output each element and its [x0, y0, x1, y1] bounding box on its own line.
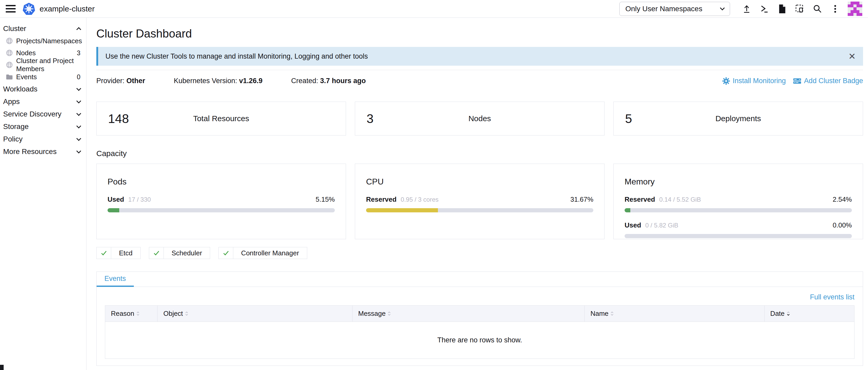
- metric-detail: 0 / 5.82 GiB: [645, 222, 679, 229]
- sidebar-item-count: 0: [77, 73, 81, 81]
- metric-label: Reserved: [366, 195, 397, 203]
- sidebar-nav: Cluster Projects/Namespaces: [0, 18, 87, 370]
- sidebar-item-cluster-project-members[interactable]: Cluster and Project Members: [0, 59, 86, 71]
- events-panel: Events Full events list Reason: [96, 272, 863, 366]
- progress-fill: [107, 208, 119, 212]
- sidebar-group-more-resources[interactable]: More Resources: [0, 145, 86, 158]
- column-header-message[interactable]: Message: [352, 306, 585, 322]
- sidebar-group-label: Policy: [3, 135, 23, 143]
- memory-capacity-card: Memory Reserved 0.14 / 5.52 GiB 2.54% Us…: [613, 164, 863, 239]
- deployments-card[interactable]: 5 Deployments: [613, 102, 863, 136]
- column-header-name[interactable]: Name: [585, 306, 764, 322]
- glance-row: Provider: Other Kubernetes Version: v1.2…: [96, 77, 863, 85]
- main-content: Cluster Dashboard Use the new Cluster To…: [87, 18, 868, 370]
- kubernetes-logo-icon: [22, 2, 35, 16]
- close-icon[interactable]: ✕: [848, 52, 856, 61]
- events-tab-bar: Events: [97, 272, 863, 287]
- sidebar-group-cluster[interactable]: Cluster: [0, 22, 86, 35]
- sidebar-item-count: 3: [77, 49, 81, 57]
- chevron-down-icon: [76, 123, 81, 128]
- file-icon: [778, 4, 786, 13]
- sort-icon: [136, 311, 140, 316]
- pods-progress-bar: [107, 208, 335, 212]
- sidebar-group-label: Storage: [3, 122, 29, 131]
- install-monitoring-link[interactable]: Install Monitoring: [722, 77, 786, 85]
- namespace-filter-select[interactable]: Only User Namespaces: [619, 2, 730, 16]
- sidebar-group-apps[interactable]: Apps: [0, 95, 86, 108]
- divider: [96, 70, 863, 70]
- sidebar-group-storage[interactable]: Storage: [0, 120, 86, 133]
- search-button[interactable]: [809, 2, 826, 16]
- column-header-reason[interactable]: Reason: [105, 306, 157, 322]
- sidebar-group-service-discovery[interactable]: Service Discovery: [0, 108, 86, 120]
- metric-detail: 17 / 330: [128, 196, 151, 203]
- download-kubeconfig-button[interactable]: [773, 2, 791, 16]
- kubectl-shell-button[interactable]: [755, 2, 773, 16]
- top-bar: example-cluster Only User Namespaces: [0, 0, 868, 18]
- full-events-list-link[interactable]: Full events list: [810, 293, 855, 301]
- globe-icon: [6, 49, 13, 57]
- chevron-down-icon: [76, 148, 81, 153]
- metric-label: Used: [625, 221, 641, 229]
- cpu-card-title: CPU: [366, 177, 593, 187]
- total-resources-card[interactable]: 148 Total Resources: [96, 102, 346, 136]
- events-table-header-row: Reason Object: [105, 306, 855, 322]
- namespace-filter-value: Only User Namespaces: [625, 5, 703, 13]
- add-cluster-badge-link[interactable]: Add Cluster Badge: [793, 77, 863, 85]
- column-header-object[interactable]: Object: [157, 306, 352, 322]
- chevron-down-icon: [720, 5, 724, 10]
- copy-kubeconfig-button[interactable]: [791, 2, 809, 16]
- tab-events[interactable]: Events: [97, 272, 134, 287]
- metric-detail: 0.14 / 5.52 GiB: [659, 196, 701, 203]
- check-icon: [219, 247, 233, 259]
- sidebar-group-label: Cluster: [3, 25, 26, 33]
- capacity-heading: Capacity: [96, 149, 863, 158]
- kebab-menu-icon: [834, 4, 837, 13]
- nodes-label: Nodes: [355, 114, 604, 123]
- memory-card-title: Memory: [625, 177, 852, 187]
- sort-desc-icon: [787, 311, 790, 316]
- import-yaml-button[interactable]: [738, 2, 755, 16]
- cluster-name: example-cluster: [39, 4, 95, 13]
- sidebar-group-workloads[interactable]: Workloads: [0, 83, 86, 95]
- metric-percent: 5.15%: [315, 195, 335, 203]
- glance-provider: Provider: Other: [96, 77, 145, 85]
- metric-detail: 0.95 / 3 cores: [401, 196, 438, 203]
- sidebar-item-projects-namespaces[interactable]: Projects/Namespaces: [0, 35, 86, 47]
- gear-icon: [722, 77, 730, 85]
- sidebar-item-label: Projects/Namespaces: [16, 37, 82, 45]
- sidebar-group-label: More Resources: [3, 147, 57, 156]
- column-header-date[interactable]: Date: [764, 306, 854, 322]
- pods-card-title: Pods: [107, 177, 335, 187]
- hamburger-menu-icon[interactable]: [6, 5, 16, 12]
- sort-icon: [185, 311, 188, 316]
- rancher-app: example-cluster Only User Namespaces: [0, 0, 868, 370]
- sort-icon: [611, 311, 614, 316]
- scheduler-status-badge: Scheduler: [149, 247, 210, 259]
- search-icon: [813, 4, 822, 13]
- progress-fill: [625, 208, 630, 212]
- events-table: Reason Object: [105, 305, 855, 359]
- sidebar-group-policy[interactable]: Policy: [0, 133, 86, 145]
- chevron-down-icon: [76, 136, 81, 141]
- nodes-card[interactable]: 3 Nodes: [355, 102, 604, 136]
- user-avatar[interactable]: [848, 2, 862, 16]
- stat-cards-row: 148 Total Resources 3 Nodes 5 Deployment…: [96, 102, 863, 136]
- metric-percent: 0.00%: [833, 221, 852, 229]
- glance-kubernetes-version: Kubernetes Version: v1.26.9: [174, 77, 263, 85]
- sort-icon: [388, 311, 391, 316]
- globe-icon: [6, 37, 13, 45]
- banner-text: Use the new Cluster Tools to manage and …: [105, 52, 368, 60]
- sidebar-group-label: Workloads: [3, 85, 37, 93]
- cpu-capacity-card: CPU Reserved 0.95 / 3 cores 31.67%: [355, 164, 604, 239]
- metric-percent: 31.67%: [570, 195, 593, 203]
- sidebar-item-label: Cluster and Project Members: [16, 57, 81, 73]
- header-kebab-menu-button[interactable]: [826, 2, 844, 16]
- pods-capacity-card: Pods Used 17 / 330 5.15%: [96, 164, 346, 239]
- check-icon: [97, 247, 111, 259]
- progress-fill: [366, 208, 438, 212]
- page-title: Cluster Dashboard: [96, 27, 863, 40]
- badge-icon: [793, 77, 801, 85]
- glance-created: Created: 3.7 hours ago: [291, 77, 366, 85]
- memory-reserved-progress-bar: [625, 208, 852, 212]
